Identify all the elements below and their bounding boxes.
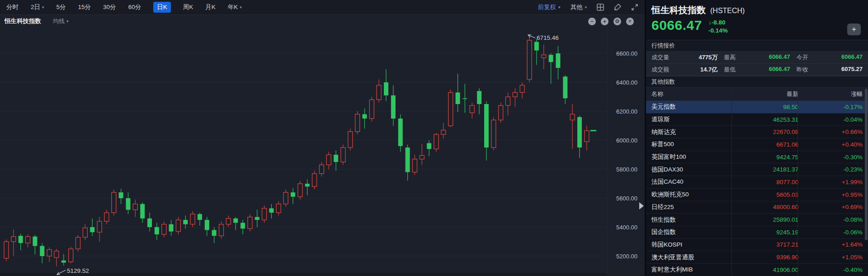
index-row-change: -0.23% — [798, 166, 863, 173]
index-row[interactable]: 法国CAC408077.00+1.99% — [646, 176, 868, 189]
index-row[interactable]: 日经22548000.60+0.69% — [646, 201, 868, 214]
interval-tab-日K[interactable]: 日K — [153, 2, 171, 13]
quote-value: 6066.47 — [736, 53, 790, 62]
draw-brush-icon[interactable] — [614, 4, 621, 11]
interval-tab-周K[interactable]: 周K — [183, 3, 193, 11]
interval-tab-5分[interactable]: 5分 — [57, 3, 66, 11]
quote-label: 成交额 — [651, 66, 669, 74]
quote-panel: 恒生科技指数 (HSTECH) 6066.47 ↓-8.80 -0.14% + … — [646, 0, 868, 276]
index-row-change: -0.17% — [798, 104, 863, 110]
interval-toolbar: 分时2日▾5分15分30分60分日K周K月K年K▾ 前复权▾ 其他▾ — [0, 0, 645, 15]
index-row-last: 9424.75 — [723, 154, 798, 161]
svg-text:5800.00: 5800.00 — [616, 166, 637, 173]
other-dropdown[interactable]: 其他▾ — [570, 3, 587, 11]
index-row[interactable]: 英国富时1009424.75-0.30% — [646, 151, 868, 164]
svg-text:5400.00: 5400.00 — [616, 224, 637, 231]
svg-text:6600.00: 6600.00 — [616, 50, 637, 57]
quote-label: 最低 — [724, 66, 736, 74]
index-row-last: 24181.37 — [723, 166, 798, 173]
index-row[interactable]: 美元指数98.50-0.17% — [646, 101, 868, 114]
index-row-name: 日经225 — [651, 203, 723, 211]
indicator-dropdown[interactable]: 均线▾ — [53, 17, 69, 25]
index-row-change: -0.08% — [798, 216, 863, 223]
svg-text:5200.00: 5200.00 — [616, 253, 637, 260]
index-row-name: 国企指数 — [651, 228, 723, 236]
quote-value: 6066.47 — [808, 53, 863, 62]
interval-tab-年K[interactable]: 年K▾ — [228, 3, 242, 11]
interval-tab-30分[interactable]: 30分 — [103, 3, 116, 11]
interval-tabs: 分时2日▾5分15分30分60分日K周K月K年K▾ — [6, 2, 242, 13]
panel-collapse-arrow[interactable] — [639, 202, 644, 209]
quote-header: 恒生科技指数 (HSTECH) 6066.47 ↓-8.80 -0.14% + — [646, 0, 868, 40]
index-row-change: +1.64% — [798, 241, 863, 248]
index-row-name: 恒生指数 — [651, 216, 723, 224]
zoom-in-button[interactable]: + — [601, 18, 609, 25]
close-chart-button[interactable]: ✕ — [626, 18, 634, 25]
index-row-last: 5605.03 — [723, 191, 798, 198]
adjust-dropdown[interactable]: 前复权▾ — [538, 3, 560, 11]
fullscreen-icon[interactable] — [631, 4, 638, 11]
chevron-down-icon: ▾ — [585, 5, 587, 10]
interval-tab-分时[interactable]: 分时 — [6, 3, 19, 11]
index-row-change: -0.30% — [798, 154, 863, 161]
candlestick-chart[interactable]: 6600.006400.006200.006000.005800.005600.… — [0, 0, 645, 276]
index-row-name: 纳斯达克 — [651, 128, 723, 136]
index-row[interactable]: 澳大利亚普通股9396.90+1.05% — [646, 251, 868, 264]
index-row[interactable]: 德国DAX3024181.37-0.23% — [646, 163, 868, 176]
index-row[interactable]: 纳斯达克22670.08+0.66% — [646, 126, 868, 138]
index-row-name: 美元指数 — [651, 103, 723, 111]
index-row-last: 25890.01 — [723, 216, 798, 223]
index-row-last: 9396.90 — [723, 254, 798, 261]
quote-label: 今开 — [797, 53, 808, 62]
index-row-last: 22670.08 — [723, 128, 798, 135]
last-price: 6066.47 — [651, 18, 702, 33]
index-row[interactable]: 恒生指数25890.01-0.08% — [646, 214, 868, 226]
panel-scrollbar[interactable] — [865, 89, 868, 240]
price-change: -8.80 — [712, 19, 726, 26]
interval-tab-月K[interactable]: 月K — [205, 3, 216, 11]
index-row-last: 3717.21 — [723, 241, 798, 248]
svg-text:6715.46: 6715.46 — [537, 34, 559, 41]
chart-pane: 6600.006400.006200.006000.005800.005600.… — [0, 0, 645, 276]
zoom-out-button[interactable]: − — [588, 18, 596, 25]
index-row[interactable]: 欧洲斯托克505605.03+0.95% — [646, 189, 868, 201]
index-row[interactable]: 标普5006671.06+0.40% — [646, 138, 868, 151]
index-row-change: -0.04% — [798, 116, 863, 123]
index-row-name: 英国富时100 — [651, 153, 723, 161]
index-row-change: -0.06% — [798, 229, 863, 236]
svg-text:6200.00: 6200.00 — [616, 108, 637, 115]
index-row[interactable]: 富时意大利MIB41906.00-0.40% — [646, 264, 868, 276]
interval-tab-15分[interactable]: 15分 — [78, 3, 91, 11]
chevron-down-icon: ▾ — [42, 5, 44, 10]
index-row-change: +0.66% — [798, 128, 863, 135]
index-row[interactable]: 韩国KOSPI3717.21+1.64% — [646, 239, 868, 252]
index-row-change: +0.69% — [798, 204, 863, 210]
index-row-name: 德国DAX30 — [651, 166, 723, 174]
index-row-change: -0.40% — [798, 266, 863, 273]
index-row-name: 道琼斯 — [651, 115, 723, 124]
grid-layout-icon[interactable] — [597, 4, 604, 11]
quote-value: 14.7亿 — [669, 66, 717, 74]
index-row-last: 6671.06 — [723, 141, 798, 148]
down-arrow-icon: ↓ — [708, 19, 712, 26]
index-name: 恒生科技指数 — [651, 4, 706, 16]
chevron-down-icon: ▾ — [240, 5, 242, 10]
index-row-name: 韩国KOSPI — [651, 241, 723, 249]
chart-settings-gear-icon[interactable]: ⚙ — [613, 18, 621, 25]
index-row-last: 48000.60 — [723, 204, 798, 210]
stock-trading-app: 6600.006400.006200.006000.005800.005600.… — [0, 0, 868, 276]
index-row-name: 富时意大利MIB — [651, 266, 723, 274]
chart-symbol-label: 恒生科技指数 — [5, 17, 41, 25]
index-row-last: 46253.31 — [723, 116, 798, 123]
index-row-change: +0.40% — [798, 141, 863, 148]
index-row[interactable]: 道琼斯46253.31-0.04% — [646, 114, 868, 126]
add-to-watchlist-button[interactable]: + — [847, 24, 861, 35]
index-row[interactable]: 国企指数9245.19-0.06% — [646, 226, 868, 239]
interval-tab-2日[interactable]: 2日▾ — [31, 3, 44, 11]
interval-tab-60分[interactable]: 60分 — [128, 3, 142, 11]
indices-table-header: 名称 最新 涨幅 — [646, 88, 868, 101]
quote-label: 成交量 — [651, 53, 669, 62]
index-row-change: +1.99% — [798, 179, 863, 186]
index-row-last: 98.50 — [723, 104, 798, 110]
indices-table: 美元指数98.50-0.17%道琼斯46253.31-0.04%纳斯达克2267… — [646, 101, 868, 276]
